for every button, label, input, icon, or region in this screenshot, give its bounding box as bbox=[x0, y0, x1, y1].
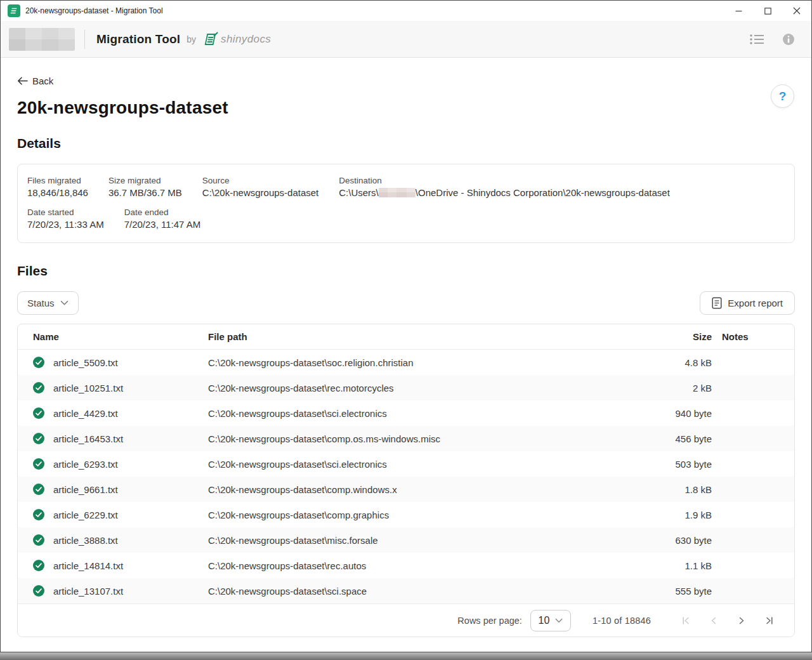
table-header-row: Name File path Size Notes bbox=[18, 324, 794, 350]
files-heading: Files bbox=[17, 263, 795, 279]
field-files-migrated: Files migrated 18,846/18,846 bbox=[27, 176, 88, 198]
pager-controls bbox=[667, 611, 779, 630]
file-path: C:\20k-newsgroups-dataset\comp.graphics bbox=[208, 510, 646, 520]
table-body: article_5509.txt C:\20k-newsgroups-datas… bbox=[18, 350, 794, 604]
info-button[interactable] bbox=[782, 33, 795, 46]
success-check-icon bbox=[33, 458, 53, 470]
last-page-icon bbox=[765, 616, 774, 625]
success-check-icon bbox=[33, 534, 53, 546]
customer-logo-redacted bbox=[9, 28, 75, 51]
header-divider bbox=[84, 30, 85, 49]
chevron-right-icon bbox=[737, 616, 746, 625]
shinydocs-logo-icon bbox=[202, 32, 219, 47]
window-title: 20k-newsgroups-dataset - Migration Tool bbox=[25, 6, 724, 15]
file-name: article_10251.txt bbox=[53, 383, 208, 393]
list-icon bbox=[749, 33, 764, 46]
success-check-icon bbox=[33, 407, 53, 419]
file-path: C:\20k-newsgroups-dataset\sci.space bbox=[208, 586, 646, 597]
redacted-username bbox=[379, 188, 416, 197]
file-path: C:\20k-newsgroups-dataset\comp.os.ms-win… bbox=[208, 433, 646, 444]
table-row: article_6229.txt C:\20k-newsgroups-datas… bbox=[18, 502, 794, 527]
file-path: C:\20k-newsgroups-dataset\sci.electronic… bbox=[208, 408, 646, 419]
file-path: C:\20k-newsgroups-dataset\misc.forsale bbox=[208, 535, 646, 546]
file-path: C:\20k-newsgroups-dataset\soc.religion.c… bbox=[208, 357, 646, 368]
file-name: article_9661.txt bbox=[53, 484, 208, 495]
field-source: Source C:\20k-newsgroups-dataset bbox=[202, 176, 318, 198]
chevron-left-icon bbox=[709, 616, 718, 625]
last-page-button[interactable] bbox=[760, 611, 779, 630]
first-page-icon bbox=[681, 616, 690, 625]
minimize-button[interactable] bbox=[724, 1, 753, 21]
table-row: article_6293.txt C:\20k-newsgroups-datas… bbox=[18, 451, 794, 477]
back-link[interactable]: Back bbox=[17, 76, 53, 86]
table-pagination: Rows per page: 10 1-10 of 18846 bbox=[18, 604, 794, 637]
field-value: C:\20k-newsgroups-dataset bbox=[202, 187, 318, 198]
field-label: Destination bbox=[339, 176, 670, 185]
details-card: Files migrated 18,846/18,846 Size migrat… bbox=[17, 164, 795, 243]
file-size: 555 byte bbox=[646, 586, 722, 597]
field-value: 7/20/23, 11:47 AM bbox=[124, 219, 201, 230]
shinydocs-logo: shinydocs bbox=[202, 32, 271, 47]
file-name: article_6293.txt bbox=[53, 459, 208, 470]
app-icon bbox=[8, 4, 20, 17]
field-destination: Destination C:\Users\\OneDrive - Shinydo… bbox=[339, 176, 670, 198]
export-report-label: Export report bbox=[728, 298, 783, 308]
details-heading: Details bbox=[17, 136, 795, 151]
file-size: 503 byte bbox=[646, 459, 722, 470]
file-size: 630 byte bbox=[646, 535, 722, 546]
file-path: C:\20k-newsgroups-dataset\comp.windows.x bbox=[208, 484, 646, 495]
chevron-down-icon bbox=[60, 300, 69, 306]
window-titlebar[interactable]: 20k-newsgroups-dataset - Migration Tool bbox=[1, 1, 811, 21]
by-label: by bbox=[187, 34, 196, 44]
file-name: article_16453.txt bbox=[53, 433, 208, 444]
field-value: 7/20/23, 11:33 AM bbox=[27, 219, 104, 230]
close-icon bbox=[793, 7, 801, 15]
app-title: Migration Tool bbox=[96, 32, 180, 46]
file-name: article_3888.txt bbox=[53, 535, 208, 546]
rows-per-page-label: Rows per page: bbox=[457, 616, 522, 626]
column-header-name: Name bbox=[33, 331, 208, 342]
success-check-icon bbox=[33, 585, 53, 597]
success-check-icon bbox=[33, 433, 53, 444]
next-page-button[interactable] bbox=[732, 611, 751, 630]
activity-log-button[interactable] bbox=[749, 33, 764, 46]
field-date-started: Date started 7/20/23, 11:33 AM bbox=[27, 208, 104, 230]
file-name: article_6229.txt bbox=[53, 510, 208, 520]
first-page-button[interactable] bbox=[676, 611, 695, 630]
table-row: article_5509.txt C:\20k-newsgroups-datas… bbox=[18, 350, 794, 375]
close-button[interactable] bbox=[782, 1, 811, 21]
minimize-icon bbox=[735, 8, 742, 15]
file-size: 1.8 kB bbox=[646, 484, 722, 495]
export-report-button[interactable]: Export report bbox=[700, 291, 795, 315]
status-filter-button[interactable]: Status bbox=[17, 291, 79, 315]
table-row: article_4429.txt C:\20k-newsgroups-datas… bbox=[18, 400, 794, 426]
rows-per-page-select[interactable]: 10 bbox=[530, 610, 571, 631]
main-content: Back ? 20k-newsgroups-dataset Details Fi… bbox=[1, 58, 811, 637]
pagination-range: 1-10 of 18846 bbox=[593, 616, 651, 626]
maximize-button[interactable] bbox=[753, 1, 782, 21]
column-header-size: Size bbox=[646, 331, 722, 342]
field-value: 36.7 MB/36.7 MB bbox=[108, 187, 182, 198]
chevron-down-icon bbox=[555, 618, 563, 623]
file-size: 940 byte bbox=[646, 408, 722, 419]
file-name: article_4429.txt bbox=[53, 408, 208, 419]
field-value: 18,846/18,846 bbox=[27, 187, 88, 198]
file-path: C:\20k-newsgroups-dataset\sci.electronic… bbox=[208, 459, 646, 470]
success-check-icon bbox=[33, 484, 53, 495]
column-header-file-path: File path bbox=[208, 331, 646, 342]
field-size-migrated: Size migrated 36.7 MB/36.7 MB bbox=[108, 176, 182, 198]
page-title: 20k-newsgroups-dataset bbox=[17, 98, 795, 118]
previous-page-button[interactable] bbox=[704, 611, 723, 630]
table-row: article_9661.txt C:\20k-newsgroups-datas… bbox=[18, 477, 794, 502]
column-header-notes: Notes bbox=[722, 331, 779, 342]
help-button[interactable]: ? bbox=[771, 84, 794, 108]
success-check-icon bbox=[33, 509, 53, 520]
file-size: 2 kB bbox=[646, 383, 722, 393]
success-check-icon bbox=[33, 357, 53, 368]
table-row: article_14814.txt C:\20k-newsgroups-data… bbox=[18, 553, 794, 578]
files-table: Name File path Size Notes article_5509.t… bbox=[17, 324, 795, 637]
field-label: Size migrated bbox=[108, 176, 182, 185]
success-check-icon bbox=[33, 560, 53, 571]
file-path: C:\20k-newsgroups-dataset\rec.motorcycle… bbox=[208, 383, 646, 393]
file-size: 4.8 kB bbox=[646, 357, 722, 368]
